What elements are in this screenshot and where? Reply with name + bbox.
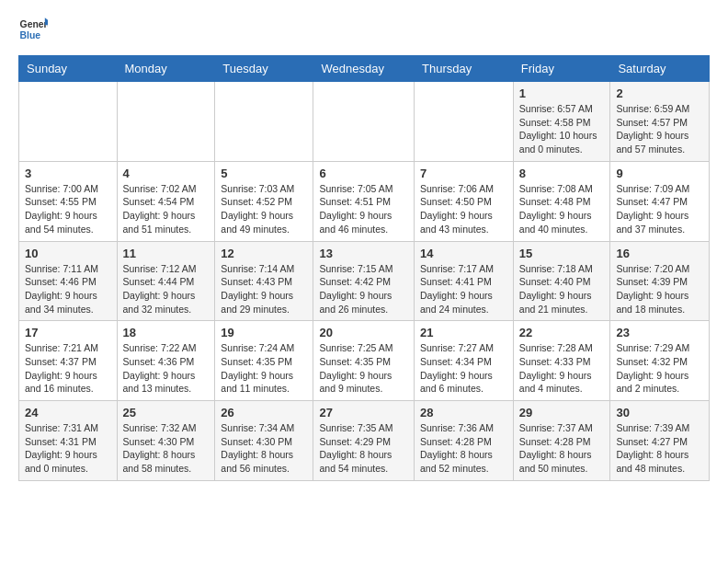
- calendar-cell: 10Sunrise: 7:11 AM Sunset: 4:46 PM Dayli…: [19, 241, 118, 321]
- calendar-cell: 23Sunrise: 7:29 AM Sunset: 4:32 PM Dayli…: [610, 321, 710, 401]
- day-info: Sunrise: 7:11 AM Sunset: 4:46 PM Dayligh…: [25, 262, 111, 316]
- svg-text:General: General: [20, 19, 48, 29]
- calendar-cell: 21Sunrise: 7:27 AM Sunset: 4:34 PM Dayli…: [415, 321, 514, 401]
- calendar-cell: 24Sunrise: 7:31 AM Sunset: 4:31 PM Dayli…: [19, 401, 118, 481]
- day-info: Sunrise: 7:36 AM Sunset: 4:28 PM Dayligh…: [420, 421, 507, 476]
- day-info: Sunrise: 7:18 AM Sunset: 4:40 PM Dayligh…: [519, 262, 605, 316]
- calendar-cell: 8Sunrise: 7:08 AM Sunset: 4:48 PM Daylig…: [513, 161, 610, 241]
- calendar-cell: 28Sunrise: 7:36 AM Sunset: 4:28 PM Dayli…: [415, 401, 514, 481]
- calendar-cell: 7Sunrise: 7:06 AM Sunset: 4:50 PM Daylig…: [415, 161, 514, 241]
- day-number: 17: [25, 326, 111, 339]
- calendar-table: SundayMondayTuesdayWednesdayThursdayFrid…: [18, 55, 710, 481]
- day-number: 21: [420, 326, 507, 339]
- day-number: 15: [519, 247, 605, 260]
- day-number: 7: [420, 167, 507, 180]
- day-info: Sunrise: 7:28 AM Sunset: 4:33 PM Dayligh…: [519, 341, 605, 396]
- day-info: Sunrise: 7:05 AM Sunset: 4:51 PM Dayligh…: [319, 182, 408, 236]
- calendar-cell: 3Sunrise: 7:00 AM Sunset: 4:55 PM Daylig…: [19, 161, 118, 241]
- day-number: 29: [519, 406, 605, 419]
- calendar-cell: 11Sunrise: 7:12 AM Sunset: 4:44 PM Dayli…: [117, 241, 215, 321]
- calendar-cell: 29Sunrise: 7:37 AM Sunset: 4:28 PM Dayli…: [513, 401, 610, 481]
- day-info: Sunrise: 7:17 AM Sunset: 4:41 PM Dayligh…: [420, 262, 507, 316]
- calendar-cell: [117, 82, 215, 162]
- calendar-cell: [313, 82, 415, 162]
- day-number: 22: [519, 326, 605, 339]
- weekday-header-thursday: Thursday: [415, 56, 514, 82]
- day-info: Sunrise: 7:12 AM Sunset: 4:44 PM Dayligh…: [123, 262, 210, 316]
- day-number: 6: [319, 167, 408, 180]
- day-info: Sunrise: 7:31 AM Sunset: 4:31 PM Dayligh…: [25, 421, 111, 476]
- calendar-cell: 6Sunrise: 7:05 AM Sunset: 4:51 PM Daylig…: [313, 161, 415, 241]
- svg-marker-2: [45, 17, 48, 25]
- day-number: 30: [616, 406, 703, 419]
- calendar-cell: 18Sunrise: 7:22 AM Sunset: 4:36 PM Dayli…: [117, 321, 215, 401]
- day-info: Sunrise: 7:39 AM Sunset: 4:27 PM Dayligh…: [616, 421, 703, 476]
- calendar-cell: 25Sunrise: 7:32 AM Sunset: 4:30 PM Dayli…: [117, 401, 215, 481]
- weekday-header-tuesday: Tuesday: [215, 56, 313, 82]
- calendar-cell: 30Sunrise: 7:39 AM Sunset: 4:27 PM Dayli…: [610, 401, 710, 481]
- calendar-cell: 12Sunrise: 7:14 AM Sunset: 4:43 PM Dayli…: [215, 241, 313, 321]
- calendar-cell: 26Sunrise: 7:34 AM Sunset: 4:30 PM Dayli…: [215, 401, 313, 481]
- calendar-cell: 22Sunrise: 7:28 AM Sunset: 4:33 PM Dayli…: [513, 321, 610, 401]
- day-number: 12: [221, 247, 307, 260]
- day-info: Sunrise: 6:57 AM Sunset: 4:58 PM Dayligh…: [519, 102, 605, 156]
- day-info: Sunrise: 7:21 AM Sunset: 4:37 PM Dayligh…: [25, 341, 111, 396]
- day-number: 25: [123, 406, 210, 419]
- calendar-cell: [215, 82, 313, 162]
- day-info: Sunrise: 7:32 AM Sunset: 4:30 PM Dayligh…: [123, 421, 210, 476]
- weekday-header-sunday: Sunday: [19, 56, 118, 82]
- calendar-cell: 27Sunrise: 7:35 AM Sunset: 4:29 PM Dayli…: [313, 401, 415, 481]
- day-number: 26: [221, 406, 307, 419]
- day-number: 4: [123, 167, 210, 180]
- logo-icon: General Blue: [18, 15, 48, 44]
- calendar-cell: 16Sunrise: 7:20 AM Sunset: 4:39 PM Dayli…: [610, 241, 710, 321]
- day-info: Sunrise: 6:59 AM Sunset: 4:57 PM Dayligh…: [616, 102, 703, 156]
- weekday-header-saturday: Saturday: [610, 56, 710, 82]
- day-info: Sunrise: 7:34 AM Sunset: 4:30 PM Dayligh…: [221, 421, 307, 476]
- calendar-cell: [415, 82, 514, 162]
- calendar-header: SundayMondayTuesdayWednesdayThursdayFrid…: [19, 56, 710, 82]
- day-number: 11: [123, 247, 210, 260]
- day-number: 1: [519, 86, 605, 100]
- day-info: Sunrise: 7:14 AM Sunset: 4:43 PM Dayligh…: [221, 262, 307, 316]
- day-info: Sunrise: 7:15 AM Sunset: 4:42 PM Dayligh…: [319, 262, 408, 316]
- calendar-cell: 14Sunrise: 7:17 AM Sunset: 4:41 PM Dayli…: [415, 241, 514, 321]
- calendar-cell: 1Sunrise: 6:57 AM Sunset: 4:58 PM Daylig…: [513, 82, 610, 162]
- day-info: Sunrise: 7:03 AM Sunset: 4:52 PM Dayligh…: [221, 182, 307, 236]
- calendar-cell: 4Sunrise: 7:02 AM Sunset: 4:54 PM Daylig…: [117, 161, 215, 241]
- calendar-cell: 17Sunrise: 7:21 AM Sunset: 4:37 PM Dayli…: [19, 321, 118, 401]
- day-info: Sunrise: 7:27 AM Sunset: 4:34 PM Dayligh…: [420, 341, 507, 396]
- weekday-header-monday: Monday: [117, 56, 215, 82]
- day-number: 24: [25, 406, 111, 419]
- day-number: 14: [420, 247, 507, 260]
- day-info: Sunrise: 7:22 AM Sunset: 4:36 PM Dayligh…: [123, 341, 210, 396]
- calendar-cell: 5Sunrise: 7:03 AM Sunset: 4:52 PM Daylig…: [215, 161, 313, 241]
- day-info: Sunrise: 7:00 AM Sunset: 4:55 PM Dayligh…: [25, 182, 111, 236]
- day-number: 2: [616, 86, 703, 100]
- day-info: Sunrise: 7:06 AM Sunset: 4:50 PM Dayligh…: [420, 182, 507, 236]
- logo: General Blue: [18, 15, 53, 44]
- svg-text:Blue: Blue: [20, 30, 41, 40]
- day-info: Sunrise: 7:29 AM Sunset: 4:32 PM Dayligh…: [616, 341, 703, 396]
- day-info: Sunrise: 7:35 AM Sunset: 4:29 PM Dayligh…: [319, 421, 408, 476]
- day-info: Sunrise: 7:20 AM Sunset: 4:39 PM Dayligh…: [616, 262, 703, 316]
- weekday-header-wednesday: Wednesday: [313, 56, 415, 82]
- day-info: Sunrise: 7:08 AM Sunset: 4:48 PM Dayligh…: [519, 182, 605, 236]
- day-info: Sunrise: 7:37 AM Sunset: 4:28 PM Dayligh…: [519, 421, 605, 476]
- day-number: 18: [123, 326, 210, 339]
- page-header: General Blue: [18, 15, 710, 44]
- day-number: 9: [616, 167, 703, 180]
- day-number: 27: [319, 406, 408, 419]
- day-number: 13: [319, 247, 408, 260]
- day-number: 3: [25, 167, 111, 180]
- day-number: 8: [519, 167, 605, 180]
- weekday-header-friday: Friday: [513, 56, 610, 82]
- calendar-body: 1Sunrise: 6:57 AM Sunset: 4:58 PM Daylig…: [19, 82, 710, 481]
- calendar-cell: 2Sunrise: 6:59 AM Sunset: 4:57 PM Daylig…: [610, 82, 710, 162]
- calendar-cell: [19, 82, 118, 162]
- day-number: 20: [319, 326, 408, 339]
- calendar-cell: 20Sunrise: 7:25 AM Sunset: 4:35 PM Dayli…: [313, 321, 415, 401]
- calendar-week-row: 1Sunrise: 6:57 AM Sunset: 4:58 PM Daylig…: [19, 82, 710, 162]
- calendar-cell: 19Sunrise: 7:24 AM Sunset: 4:35 PM Dayli…: [215, 321, 313, 401]
- calendar-week-row: 24Sunrise: 7:31 AM Sunset: 4:31 PM Dayli…: [19, 401, 710, 481]
